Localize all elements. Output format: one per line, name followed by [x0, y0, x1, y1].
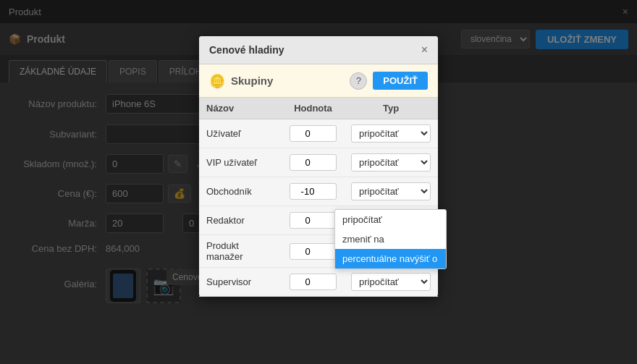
- row-hodnota: [282, 268, 344, 297]
- modal-title: Cenové hladiny: [209, 44, 284, 56]
- row-nazov: Obchodník: [199, 177, 282, 206]
- row-typ: pripočítať zmeniť na percentuálne navýši…: [344, 268, 438, 297]
- skupiny-icon: 🪙: [209, 73, 225, 89]
- row-typ: pripočítať zmeniť na percentuálne navýši…: [344, 148, 438, 177]
- hodnota-input-2[interactable]: [290, 154, 337, 171]
- row-hodnota: [282, 119, 344, 148]
- skupiny-bar: 🪙 Skupiny ? POUŽIŤ: [199, 64, 438, 98]
- table-row: Obchodník pripočítať zmeniť na percentuá…: [199, 177, 438, 206]
- hodnota-input-1[interactable]: [290, 125, 337, 142]
- row-hodnota: [282, 177, 344, 206]
- row-typ: pripočítať zmeniť na percentuálne navýši…: [344, 119, 438, 148]
- hodnota-input-3[interactable]: [290, 183, 337, 200]
- skupiny-right: ? POUŽIŤ: [350, 72, 428, 90]
- modal-header: Cenové hladiny ×: [199, 36, 438, 64]
- row-typ: pripočítať zmeniť na percentuálne navýši…: [344, 177, 438, 206]
- col-typ: Typ: [344, 98, 438, 119]
- modal-close-button[interactable]: ×: [421, 43, 428, 56]
- table-row: VIP užívateľ pripočítať zmeniť na percen…: [199, 148, 438, 177]
- table-row: Užívateľ pripočítať zmeniť na percentuál…: [199, 119, 438, 148]
- typ-select-3[interactable]: pripočítať zmeniť na percentuálne navýši…: [351, 182, 431, 200]
- col-nazov: Názov: [199, 98, 282, 119]
- hodnota-input-6[interactable]: [290, 274, 337, 290]
- dropdown-option-pripocitat[interactable]: pripočítať: [335, 210, 446, 229]
- typ-select-1[interactable]: pripočítať zmeniť na percentuálne navýši…: [351, 124, 431, 143]
- col-hodnota: Hodnota: [282, 98, 344, 119]
- row-nazov: Produkt manažer: [199, 235, 282, 268]
- row-nazov: Redaktor: [199, 206, 282, 235]
- row-nazov: VIP užívateľ: [199, 148, 282, 177]
- row-hodnota: [282, 148, 344, 177]
- skupiny-label: Skupiny: [231, 75, 273, 87]
- typ-select-2[interactable]: pripočítať zmeniť na percentuálne navýši…: [351, 153, 431, 172]
- row-nazov: Supervisor: [199, 268, 282, 297]
- skupiny-left: 🪙 Skupiny: [209, 73, 273, 89]
- pouzit-button[interactable]: POUŽIŤ: [373, 72, 428, 90]
- hodnota-input-5[interactable]: [290, 243, 337, 260]
- dropdown-option-percentualne[interactable]: percentuálne navýšiť o: [335, 249, 446, 268]
- row-nazov: Užívateľ: [199, 119, 282, 148]
- typ-select-6[interactable]: pripočítať zmeniť na percentuálne navýši…: [351, 273, 431, 291]
- hodnota-input-4[interactable]: [290, 212, 337, 229]
- table-header-row: Názov Hodnota Typ: [199, 98, 438, 119]
- help-button[interactable]: ?: [350, 72, 367, 90]
- table-row: Supervisor pripočítať zmeniť na percentu…: [199, 268, 438, 297]
- dropdown-option-zmenit[interactable]: zmeniť na: [335, 229, 446, 249]
- typ-dropdown-popup: pripočítať zmeniť na percentuálne navýši…: [334, 209, 447, 269]
